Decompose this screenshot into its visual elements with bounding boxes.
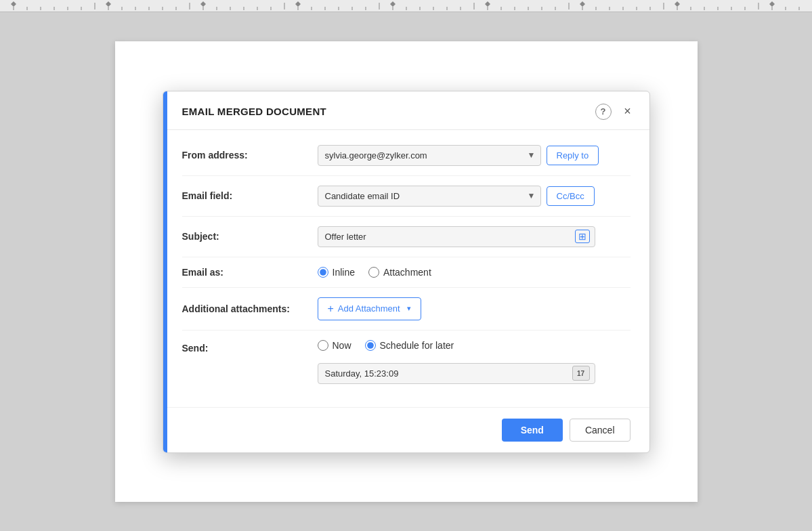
email-as-radio-group: Inline Attachment: [318, 267, 431, 278]
send-row: Send: Now Schedule for later: [182, 331, 631, 394]
from-address-label: From address:: [182, 150, 318, 161]
send-button[interactable]: Send: [502, 419, 563, 442]
inline-label: Inline: [333, 267, 355, 278]
svg-marker-65: [580, 1, 585, 7]
schedule-label: Schedule for later: [380, 340, 454, 351]
now-option[interactable]: Now: [318, 340, 351, 351]
email-field-label: Email field:: [182, 190, 318, 201]
close-icon: ×: [624, 104, 631, 119]
email-field-row: Email field: Candidate email ID ▼ Cc/Bcc: [182, 176, 631, 217]
plus-icon: +: [328, 303, 334, 315]
send-label: Send:: [182, 340, 318, 354]
schedule-option[interactable]: Schedule for later: [365, 340, 454, 351]
reply-to-button[interactable]: Reply to: [547, 146, 599, 165]
email-field-controls: Candidate email ID ▼ Cc/Bcc: [318, 186, 631, 207]
email-field-select-wrapper: Candidate email ID ▼: [318, 186, 541, 207]
inline-radio[interactable]: [318, 267, 328, 278]
modal-overlay: EMAIL MERGED DOCUMENT ? × From addr: [115, 41, 698, 502]
attachments-label: Additional attachments:: [182, 303, 318, 314]
add-attachment-chevron-icon: ▾: [407, 304, 411, 313]
add-attachment-button[interactable]: + Add Attachment ▾: [318, 297, 421, 320]
svg-marker-66: [675, 1, 680, 7]
svg-marker-64: [485, 1, 490, 7]
dialog-footer: Send Cancel: [163, 407, 649, 452]
attachments-controls: + Add Attachment ▾: [318, 297, 631, 320]
help-button[interactable]: ?: [595, 104, 612, 120]
ruler: [0, 0, 812, 12]
now-radio[interactable]: [318, 340, 328, 351]
subject-input-wrapper: ⊞: [318, 226, 595, 247]
add-attachment-label: Add Attachment: [338, 303, 400, 314]
cancel-button[interactable]: Cancel: [570, 419, 631, 442]
schedule-radio[interactable]: [365, 340, 376, 351]
from-address-select[interactable]: sylvia.george@zylker.com: [318, 145, 541, 166]
now-label: Now: [333, 340, 351, 351]
dialog-title: EMAIL MERGED DOCUMENT: [182, 106, 327, 117]
ruler-svg: [0, 0, 812, 12]
datetime-wrapper: 17: [318, 363, 595, 384]
dialog-header: EMAIL MERGED DOCUMENT ? ×: [163, 91, 649, 130]
email-as-label: Email as:: [182, 267, 318, 278]
svg-marker-62: [295, 1, 301, 7]
email-merged-dialog: EMAIL MERGED DOCUMENT ? × From addr: [163, 91, 650, 453]
dialog-body: From address: sylvia.george@zylker.com ▼…: [163, 130, 649, 407]
svg-marker-60: [106, 1, 111, 7]
subject-row: Subject: ⊞: [182, 217, 631, 257]
send-radio-row: Now Schedule for later: [318, 340, 454, 351]
attachment-label: Attachment: [383, 267, 431, 278]
subject-label: Subject:: [182, 231, 318, 242]
document-page: EMAIL MERGED DOCUMENT ? × From addr: [115, 41, 698, 502]
from-address-row: From address: sylvia.george@zylker.com ▼…: [182, 135, 631, 176]
attachments-row: Additional attachments: + Add Attachment…: [182, 288, 631, 331]
email-as-controls: Inline Attachment: [318, 267, 631, 278]
help-icon: ?: [601, 106, 606, 116]
subject-input[interactable]: [318, 226, 595, 247]
from-address-select-wrapper: sylvia.george@zylker.com ▼: [318, 145, 541, 166]
attachment-option[interactable]: Attachment: [368, 267, 431, 278]
subject-insert-icon[interactable]: ⊞: [575, 230, 590, 243]
svg-marker-61: [200, 1, 206, 7]
email-field-select[interactable]: Candidate email ID: [318, 186, 541, 207]
datetime-input[interactable]: [318, 363, 595, 384]
dialog-header-icons: ? ×: [595, 104, 636, 120]
inline-option[interactable]: Inline: [318, 267, 355, 278]
calendar-day: 17: [577, 370, 584, 377]
from-address-controls: sylvia.george@zylker.com ▼ Reply to: [318, 145, 631, 166]
subject-controls: ⊞: [318, 226, 631, 247]
svg-marker-67: [769, 1, 775, 7]
close-button[interactable]: ×: [620, 104, 636, 120]
svg-marker-59: [11, 1, 16, 7]
document-area: EMAIL MERGED DOCUMENT ? × From addr: [0, 12, 812, 531]
send-controls: Now Schedule for later 17: [318, 340, 631, 384]
calendar-icon[interactable]: 17: [572, 366, 590, 381]
cc-bcc-button[interactable]: Cc/Bcc: [547, 186, 595, 206]
attachment-radio[interactable]: [368, 267, 379, 278]
svg-marker-63: [390, 1, 396, 7]
email-as-row: Email as: Inline Attachment: [182, 257, 631, 288]
